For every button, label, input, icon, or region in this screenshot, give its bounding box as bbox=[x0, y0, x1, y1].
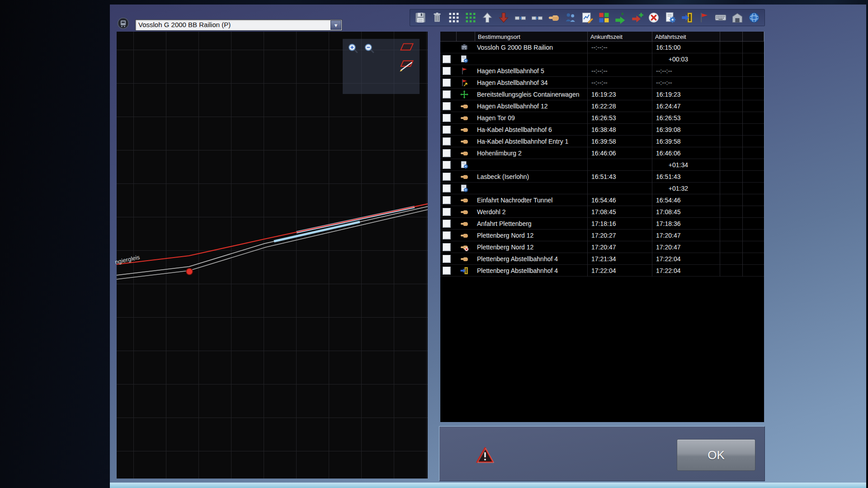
cell-arrival-time: 17:20:27 bbox=[588, 230, 652, 241]
cell-extra bbox=[720, 171, 743, 183]
keyboard-button[interactable] bbox=[714, 11, 727, 24]
column-header-bestimmungsort[interactable]: Bestimmungsort bbox=[475, 32, 588, 42]
timetable-row[interactable]: Bereitstellungsgleis Containerwagen16:19… bbox=[440, 89, 764, 100]
pointing-hand-button[interactable] bbox=[547, 11, 561, 24]
pointing-hand-x-icon bbox=[460, 243, 469, 252]
timetable-row[interactable]: +01:34 bbox=[440, 159, 764, 171]
row-checkbox[interactable] bbox=[443, 114, 451, 122]
cell-checkbox bbox=[440, 42, 457, 53]
uncouple-button[interactable] bbox=[514, 11, 527, 24]
timetable-row[interactable]: Werdohl 217:08:4517:08:45 bbox=[440, 206, 764, 218]
colored-squares-button[interactable] bbox=[597, 11, 611, 24]
timetable-row[interactable]: Einfahrt Nachrodter Tunnel16:54:4616:54:… bbox=[440, 194, 764, 206]
column-header-ankunftszeit[interactable]: Ankunftszeit bbox=[588, 32, 652, 42]
red-flag-button[interactable] bbox=[697, 11, 711, 24]
zoom-in-button[interactable] bbox=[347, 42, 359, 54]
timetable-row[interactable]: Hohenlimburg 216:46:0616:46:06 bbox=[440, 147, 764, 159]
globe-button[interactable] bbox=[747, 11, 761, 24]
row-checkbox[interactable] bbox=[443, 243, 451, 251]
row-checkbox[interactable] bbox=[443, 137, 451, 145]
map-tools-panel bbox=[343, 39, 420, 94]
cell-checkbox bbox=[440, 147, 457, 159]
ok-button[interactable]: OK bbox=[677, 439, 755, 471]
timetable-row[interactable]: +01:32 bbox=[440, 183, 764, 194]
timetable-row[interactable]: Plettenberg Abstellbahnhof 417:21:3417:2… bbox=[440, 253, 764, 265]
save-floppy-button[interactable] bbox=[414, 11, 427, 24]
grid-dots-white-button[interactable] bbox=[447, 11, 461, 24]
row-checkbox[interactable] bbox=[443, 67, 451, 75]
row-checkbox[interactable] bbox=[443, 267, 451, 275]
depot-house-icon bbox=[731, 11, 744, 24]
row-checkbox[interactable] bbox=[443, 55, 451, 63]
row-checkbox[interactable] bbox=[443, 184, 451, 192]
row-checkbox[interactable] bbox=[443, 90, 451, 99]
grid-dots-white-icon bbox=[448, 11, 460, 24]
signal-shape-button[interactable] bbox=[400, 42, 414, 52]
timetable-row[interactable]: Hagen Abstellbahnhof 5--:--:----:--:-- bbox=[440, 65, 764, 77]
document-gear-icon bbox=[460, 184, 469, 193]
train-selector[interactable]: Vossloh G 2000 BB Railion (P) ▼ bbox=[135, 19, 342, 31]
track-map[interactable]: ngiergleis bbox=[117, 32, 428, 479]
cell-departure-time: 16:54:46 bbox=[652, 194, 720, 206]
cell-extra bbox=[743, 241, 764, 253]
row-checkbox[interactable] bbox=[443, 79, 451, 87]
zoom-out-icon bbox=[363, 42, 375, 54]
red-x-circle-button[interactable] bbox=[647, 11, 660, 24]
trash-button[interactable] bbox=[430, 11, 444, 24]
document-gear-button[interactable] bbox=[664, 11, 677, 24]
cell-extra bbox=[720, 147, 743, 159]
couple-button[interactable] bbox=[530, 11, 544, 24]
train-position-marker bbox=[186, 268, 193, 275]
cell-arrival-time: 16:22:28 bbox=[588, 100, 652, 112]
red-flag-icon bbox=[460, 66, 469, 75]
row-checkbox[interactable] bbox=[443, 231, 451, 239]
zoom-out-button[interactable] bbox=[363, 42, 375, 54]
pointing-hand-icon bbox=[460, 172, 469, 181]
depot-house-button[interactable] bbox=[731, 11, 744, 24]
cell-destination bbox=[475, 183, 588, 194]
timetable-row[interactable]: +00:03 bbox=[440, 53, 764, 65]
row-checkbox[interactable] bbox=[443, 149, 451, 157]
two-people-button[interactable] bbox=[564, 11, 577, 24]
arrow-up-button[interactable] bbox=[481, 11, 494, 24]
row-checkbox[interactable] bbox=[443, 196, 451, 204]
red-arrow-plus-button[interactable] bbox=[631, 11, 644, 24]
cell-arrival-time bbox=[588, 53, 652, 65]
row-checkbox[interactable] bbox=[443, 161, 451, 169]
timetable-row[interactable]: Plettenberg Abstellbahnhof 417:22:0417:2… bbox=[440, 265, 764, 277]
pointing-hand-icon bbox=[460, 137, 469, 146]
signal-edit-button[interactable] bbox=[399, 59, 414, 72]
row-checkbox[interactable] bbox=[443, 173, 451, 181]
row-checkbox[interactable] bbox=[443, 255, 451, 263]
cell-arrival-time bbox=[588, 183, 652, 194]
timetable-row[interactable]: Hagen Abstellbahnhof 1216:22:2816:24:47 bbox=[440, 100, 764, 112]
row-checkbox[interactable] bbox=[443, 102, 451, 110]
pointing-hand-icon bbox=[460, 149, 469, 158]
chart-edit-button[interactable] bbox=[580, 11, 594, 24]
row-checkbox[interactable] bbox=[443, 208, 451, 216]
cell-departure-time: +00:03 bbox=[652, 53, 720, 65]
grid-dots-green-button[interactable] bbox=[464, 11, 477, 24]
cell-departure-time: 16:39:08 bbox=[652, 124, 720, 136]
cell-checkbox bbox=[440, 77, 457, 89]
timetable-row[interactable]: Anfahrt Plettenberg17:18:1617:18:36 bbox=[440, 218, 764, 230]
green-arrow-button[interactable] bbox=[614, 11, 627, 24]
train-selector-dropdown-button[interactable]: ▼ bbox=[330, 20, 341, 30]
timetable-row[interactable]: Ha-Kabel Abstellbahnhof 616:38:4816:39:0… bbox=[440, 124, 764, 136]
row-checkbox[interactable] bbox=[443, 126, 451, 134]
timetable-row[interactable]: Plettenberg Nord 1217:20:2717:20:47 bbox=[440, 230, 764, 241]
row-checkbox[interactable] bbox=[443, 220, 451, 228]
arrow-down-button[interactable] bbox=[497, 11, 510, 24]
door-arrow-button[interactable] bbox=[680, 11, 694, 24]
cell-destination: Plettenberg Nord 12 bbox=[475, 230, 588, 241]
column-header-abfahrtszeit[interactable]: Abfahrtszeit bbox=[652, 32, 720, 42]
timetable-row[interactable]: Plettenberg Nord 1217:20:4717:20:47 bbox=[440, 241, 764, 253]
timetable-row[interactable]: Hagen Abstellbahnhof 34--:--:----:--:-- bbox=[440, 77, 764, 89]
arrow-down-icon bbox=[497, 11, 510, 24]
cell-icon bbox=[457, 100, 475, 112]
timetable-row[interactable]: Vossloh G 2000 BB Railion--:--:--16:15:0… bbox=[440, 42, 764, 53]
cell-departure-time: 17:20:47 bbox=[652, 241, 720, 253]
timetable-row[interactable]: Lasbeck (Iserlohn)16:51:4316:51:43 bbox=[440, 171, 764, 183]
timetable-row[interactable]: Hagen Tor 0916:26:5316:26:53 bbox=[440, 112, 764, 124]
timetable-row[interactable]: Ha-Kabel Abstellbahnhof Entry 116:39:581… bbox=[440, 136, 764, 147]
